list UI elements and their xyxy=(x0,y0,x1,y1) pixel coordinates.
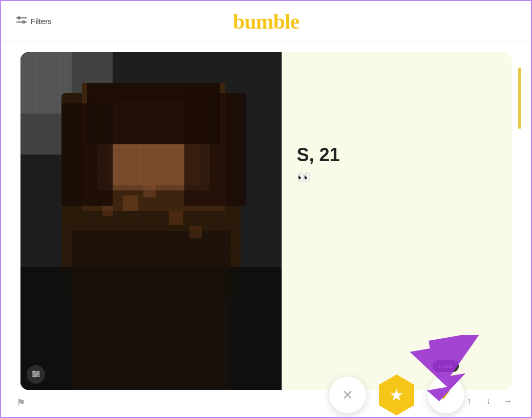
svg-rect-25 xyxy=(32,371,40,372)
svg-rect-19 xyxy=(72,231,230,390)
filter-badge-icon xyxy=(31,369,40,380)
svg-point-3 xyxy=(23,21,25,23)
filters-label: Filters xyxy=(31,17,52,26)
profile-name-age: S, 21 xyxy=(297,144,497,166)
dislike-button[interactable]: ✕ xyxy=(329,377,366,413)
filters-button[interactable]: Filters xyxy=(16,15,52,27)
app-header: Filters bumble xyxy=(1,1,531,42)
dislike-icon: ✕ xyxy=(342,387,353,403)
app-logo: bumble xyxy=(233,9,299,34)
profile-eyes-emoji: 👀 xyxy=(297,171,497,184)
like-button[interactable]: ✓ xyxy=(428,377,464,413)
filters-icon xyxy=(16,15,27,27)
svg-rect-22 xyxy=(102,206,113,216)
card-scrollbar[interactable] xyxy=(518,68,521,129)
action-buttons: ✕ ★ Like ✓ xyxy=(282,375,512,415)
profile-card: S, 21 👀 ✕ ★ Like ✓ xyxy=(20,52,512,390)
svg-point-28 xyxy=(33,371,35,373)
like-tooltip: Like xyxy=(433,360,458,372)
superlike-icon: ★ xyxy=(389,385,404,405)
svg-rect-24 xyxy=(189,226,202,238)
like-icon: ✓ xyxy=(440,387,452,404)
svg-point-29 xyxy=(36,373,38,375)
svg-rect-23 xyxy=(169,211,183,225)
like-button-wrapper: Like ✓ xyxy=(428,377,464,413)
main-content: S, 21 👀 ✕ ★ Like ✓ xyxy=(1,42,531,418)
svg-point-0 xyxy=(18,17,20,19)
svg-rect-20 xyxy=(123,195,138,211)
svg-rect-26 xyxy=(32,373,40,375)
svg-rect-21 xyxy=(143,185,156,197)
svg-point-30 xyxy=(34,375,36,377)
profile-info: S, 21 👀 ✕ ★ Like ✓ xyxy=(282,52,512,390)
profile-image xyxy=(20,52,282,390)
profile-photo xyxy=(20,52,282,390)
superlike-button[interactable]: ★ xyxy=(376,375,417,415)
flag-icon: ⚑ xyxy=(16,397,26,408)
photo-filter-badge[interactable] xyxy=(27,365,45,384)
flag-area[interactable]: ⚑ xyxy=(16,397,26,409)
